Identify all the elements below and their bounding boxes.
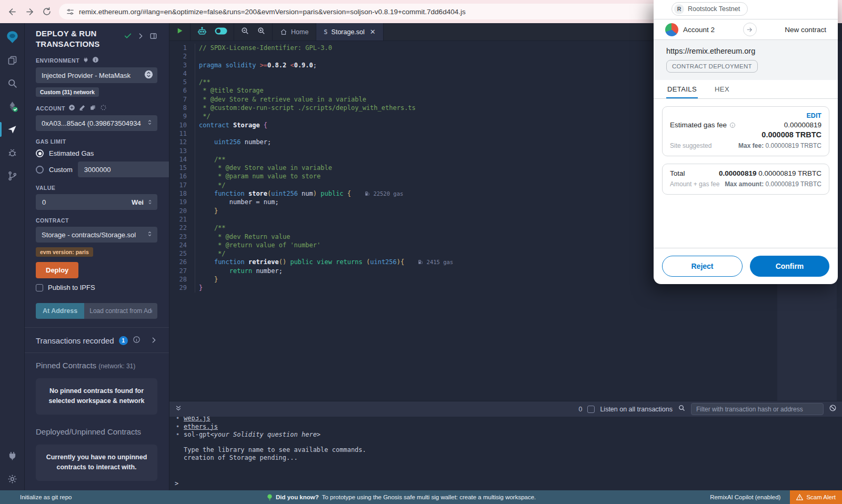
- ai-copilot-toggle-icon[interactable]: [215, 27, 227, 37]
- line-number: 16: [169, 172, 195, 180]
- gas-info-icon[interactable]: [729, 122, 736, 128]
- line-number: 13: [169, 147, 195, 155]
- terminal-line[interactable]: •web3.js: [176, 417, 842, 423]
- info-outline-icon[interactable]: [133, 336, 141, 345]
- radio-selected-icon[interactable]: [36, 149, 44, 157]
- estimated-gas-option[interactable]: Estimated Gas: [36, 149, 157, 157]
- ipfs-checkbox[interactable]: [36, 284, 43, 291]
- git-init-button[interactable]: Initialize as git repo: [20, 494, 72, 500]
- plugin-manager-icon[interactable]: [0, 444, 24, 467]
- git-icon[interactable]: [0, 164, 24, 187]
- line-number: 15: [169, 164, 195, 172]
- clear-console-icon[interactable]: [829, 404, 837, 414]
- status-bar: Initialize as git repo Did you know? To …: [0, 490, 842, 504]
- copy-address-icon[interactable]: [89, 104, 96, 112]
- line-number: 11: [169, 129, 195, 138]
- terminal-line: •sol-gpt <your Solidity question here>: [176, 431, 842, 439]
- mm-tabs: DETAILS HEX: [654, 80, 838, 99]
- did-you-know-tip: Did you know? To prototype using the Gno…: [267, 494, 536, 501]
- line-number: 10: [169, 121, 195, 129]
- network-selector[interactable]: R Rootstock Testnet: [671, 2, 748, 16]
- stepper-icon: [144, 70, 153, 80]
- confirm-button[interactable]: Confirm: [750, 256, 829, 277]
- terminal-filter-input[interactable]: [691, 403, 824, 415]
- scam-alert-button[interactable]: Scam Alert: [790, 490, 842, 504]
- line-number: 22: [169, 224, 195, 232]
- remix-logo-icon[interactable]: [0, 25, 24, 48]
- deploy-run-icon[interactable]: [0, 118, 24, 141]
- line-number: 17: [169, 181, 195, 189]
- network-badge: Custom (31) network: [36, 87, 99, 97]
- environment-select[interactable]: Injected Provider - MetaMask: [36, 67, 157, 83]
- chevron-right-icon[interactable]: [137, 32, 144, 42]
- pinned-contracts-title: Pinned Contracts (network: 31): [36, 361, 157, 370]
- back-icon[interactable]: [7, 7, 17, 17]
- reject-button[interactable]: Reject: [662, 256, 743, 277]
- zoom-in-icon[interactable]: [257, 26, 266, 37]
- line-number: 24: [169, 241, 195, 249]
- line-number: 20: [169, 207, 195, 215]
- tab-details[interactable]: DETAILS: [666, 80, 698, 98]
- value-unit-select[interactable]: Wei: [132, 198, 153, 206]
- custom-gas-input[interactable]: [78, 162, 169, 177]
- contract-select[interactable]: Storage - contracts/Storage.sol: [36, 227, 157, 243]
- contract-label: CONTRACT: [36, 217, 157, 224]
- from-account: Account 2: [683, 26, 715, 34]
- at-address-group: At Address: [36, 303, 157, 319]
- edit-gas-link[interactable]: EDIT: [670, 112, 821, 119]
- delegation-spinner-icon: [100, 104, 107, 112]
- url-text: remix.ethereum.org/#lang=en&optimize=fal…: [79, 8, 466, 16]
- terminal-line[interactable]: •ethers.js: [176, 423, 842, 431]
- reload-icon[interactable]: [42, 7, 52, 16]
- ai-copilot-robot-icon[interactable]: [197, 26, 207, 38]
- panel-title: DEPLOY & RUN TRANSACTIONS: [36, 28, 115, 49]
- listen-checkbox[interactable]: [587, 406, 595, 413]
- account-select[interactable]: 0xA03...85ac4 (0.398673504934: [36, 115, 157, 131]
- forward-icon[interactable]: [25, 7, 35, 17]
- file-explorer-icon[interactable]: [0, 48, 24, 72]
- search-icon[interactable]: [0, 72, 24, 95]
- listen-label: Listen on all transactions: [600, 406, 673, 413]
- run-script-icon[interactable]: [176, 27, 184, 37]
- check-icon: [124, 32, 132, 42]
- zoom-out-icon[interactable]: [240, 26, 249, 37]
- sign-message-icon[interactable]: [79, 104, 86, 112]
- close-tab-icon[interactable]: ✕: [370, 28, 376, 36]
- transactions-recorded-row[interactable]: Transactions recorded 1: [36, 328, 157, 352]
- copilot-status[interactable]: RemixAI Copilot (enabled): [710, 494, 780, 500]
- line-number: 14: [169, 155, 195, 164]
- total-card: Total 0.00000819 0.00000819 TRBTC Amount…: [662, 164, 829, 195]
- rail-spacer: [0, 187, 24, 444]
- plug-icon[interactable]: [83, 57, 89, 64]
- code-line: 29}: [169, 284, 842, 292]
- line-number: 19: [169, 198, 195, 206]
- stepper-icon: [146, 230, 153, 239]
- expand-transactions-icon[interactable]: [151, 336, 157, 345]
- line-number: 29: [169, 284, 195, 292]
- info-icon[interactable]: [92, 56, 99, 64]
- line-number: 26: [169, 258, 195, 266]
- add-account-icon[interactable]: [68, 104, 75, 112]
- pin-panel-icon[interactable]: [149, 32, 157, 42]
- radio-unselected-icon[interactable]: [36, 166, 44, 174]
- publish-ipfs-option[interactable]: Publish to IPFS: [36, 284, 157, 291]
- gas-fee-value: 0.00000819: [784, 121, 821, 129]
- site-settings-icon[interactable]: [66, 8, 74, 16]
- account-label: ACCOUNT: [36, 104, 157, 112]
- terminal-line: Type the library name to see available c…: [176, 446, 842, 455]
- solidity-compiler-icon[interactable]: [0, 95, 24, 118]
- at-address-input[interactable]: [84, 303, 157, 319]
- settings-gear-icon[interactable]: [0, 467, 24, 490]
- tab-hex[interactable]: HEX: [714, 80, 730, 98]
- value-input[interactable]: [37, 198, 100, 206]
- tab-home[interactable]: Home: [273, 23, 316, 41]
- deploy-button[interactable]: Deploy: [36, 262, 78, 278]
- tab-storage-sol[interactable]: S Storage.sol ✕: [316, 23, 383, 41]
- at-address-button[interactable]: At Address: [36, 303, 84, 319]
- expand-terminal-icon[interactable]: [175, 405, 182, 414]
- gas-limit-label: GAS LIMIT: [36, 138, 157, 145]
- deploy-run-panel: DEPLOY & RUN TRANSACTIONS ENVIRONMENT In…: [25, 23, 169, 490]
- terminal-output[interactable]: •web3.js•ethers.js•sol-gpt <your Solidit…: [169, 417, 842, 490]
- terminal-prompt[interactable]: >: [175, 480, 178, 487]
- debugger-icon[interactable]: [0, 141, 24, 164]
